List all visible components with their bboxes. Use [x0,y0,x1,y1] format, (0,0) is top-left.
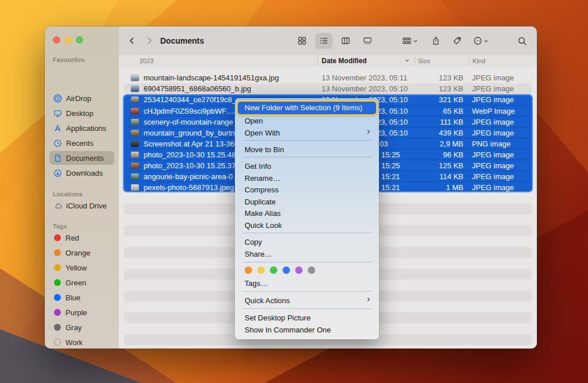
tag-dot-green [54,279,61,286]
file-row[interactable]: 6904758951_6868a06560_b.jpg 13 November … [124,83,532,94]
cloud-icon [53,201,63,210]
file-thumbnail [131,184,139,191]
tag-color-yellow[interactable] [257,266,265,274]
sidebar-item-label: Blue [65,293,80,302]
column-divider[interactable] [318,56,318,66]
sidebar-item-label: Documents [66,154,104,163]
sidebar-item-tag-orange[interactable]: Orange [49,246,114,260]
file-thumbnail [131,130,139,136]
search-button[interactable] [513,33,531,49]
list-view-button[interactable] [315,33,332,49]
menu-item-quick-actions[interactable]: Quick Actions [238,295,376,307]
sort-chevron-icon [404,57,410,63]
more-actions-button[interactable] [470,33,491,49]
tag-color-green[interactable] [270,266,277,274]
tag-color-purple[interactable] [295,266,303,274]
group-by-button[interactable] [399,33,421,49]
menu-item-quick-look[interactable]: Quick Look [238,219,376,231]
menu-item-tags[interactable]: Tags… [238,277,376,289]
menu-item-label: Quick Actions [245,296,290,305]
sidebar-item-label: Work [65,338,83,347]
sidebar-item-label: Gray [65,323,82,332]
menu-item-get-info[interactable]: Get Info [238,160,376,172]
menu-item-duplicate[interactable]: Duplicate [238,196,376,208]
file-thumbnail [131,163,139,169]
file-name: 25341240344_ce270f19c8_ [144,94,236,105]
menu-item-compress[interactable]: Compress [238,184,376,196]
menu-separator [243,233,372,233]
share-button[interactable] [427,33,444,49]
file-thumbnail [131,75,139,81]
sidebar-item-downloads[interactable]: Downloads [49,166,114,180]
tag-color-gray[interactable] [308,266,315,274]
context-menu: New Folder with Selection (9 Items) Open… [235,98,379,339]
forward-button[interactable] [141,33,158,49]
column-divider[interactable] [469,56,470,66]
file-kind: PNG image [472,138,510,149]
column-header-date-modified[interactable]: Date Modified [322,55,367,67]
column-header-size[interactable]: Size [418,55,430,67]
menu-item-share[interactable]: Share… [238,248,376,260]
file-thumbnail [131,173,139,180]
file-size: 96 KB [377,149,463,160]
sidebar-item-tag-gray[interactable]: Gray [49,320,114,334]
column-divider[interactable] [415,56,415,66]
menu-item-copy[interactable]: Copy [238,236,376,248]
file-size: 65 KB [377,106,463,117]
sidebar-item-label: Yellow [65,264,87,272]
sidebar-item-documents[interactable]: Documents [49,151,114,165]
icon-view-button[interactable] [293,33,311,49]
sidebar-item-tag-red[interactable]: Red [49,231,114,245]
sidebar-item-tag-work[interactable]: Work [49,335,114,349]
file-thumbnail [131,119,139,125]
sidebar: Favourites AirDrop Desktop Applications [45,26,119,349]
file-size: 125 KB [377,160,463,171]
menu-item-open-with[interactable]: Open With [238,127,376,139]
file-name: Screenshot at Apr 21 13-36- [144,138,237,149]
zoom-button[interactable] [76,36,83,44]
tag-color-blue[interactable] [283,266,290,274]
menu-separator [243,157,372,157]
sidebar-item-recents[interactable]: Recents [49,136,114,150]
file-size: 321 KB [377,94,463,105]
menu-item-rename[interactable]: Rename… [238,172,376,184]
minimize-button[interactable] [64,36,72,44]
sidebar-item-applications[interactable]: Applications [49,121,114,135]
menu-separator [243,291,372,292]
tags-button[interactable] [448,33,466,49]
sidebar-item-tag-green[interactable]: Green [49,276,114,289]
menu-item-show-in-commander-one[interactable]: Show In Commander One [238,324,376,336]
sidebar-item-tag-purple[interactable]: Purple [49,305,114,319]
sidebar-item-label: iCloud Drive [66,202,107,210]
menu-item-make-alias[interactable]: Make Alias [238,207,376,219]
menu-separator [243,308,372,309]
sidebar-item-tag-blue[interactable]: Blue [49,291,114,304]
chevron-right-icon [365,296,372,303]
file-size: 123 KB [377,83,463,94]
menu-item-new-folder-with-selection[interactable]: New Folder with Selection (9 Items) [238,102,376,114]
file-row[interactable]: mountain-landscape-1454191451gxa.jpg 13 … [124,72,532,83]
menu-separator [243,140,372,141]
column-view-button[interactable] [337,33,354,49]
tag-dot-gray [54,324,61,331]
menu-item-move-to-bin[interactable]: Move to Bin [238,144,376,156]
sidebar-item-airdrop[interactable]: AirDrop [49,91,114,105]
menu-item-open[interactable]: Open [238,115,376,127]
tag-dot-yellow [54,264,61,271]
back-button[interactable] [123,33,141,49]
menu-item-set-desktop-picture[interactable]: Set Desktop Picture [238,312,376,324]
sidebar-item-icloud-drive[interactable]: iCloud Drive [49,199,114,212]
tag-color-orange[interactable] [245,266,252,274]
close-button[interactable] [53,36,60,44]
tag-dot-blue [54,294,61,301]
sidebar-item-tag-yellow[interactable]: Yellow [49,261,114,274]
menu-tag-color-row [238,265,376,275]
gallery-view-button[interactable] [359,33,376,49]
file-kind: JPEG image [472,117,514,127]
sidebar-item-desktop[interactable]: Desktop [49,106,114,120]
tag-dot-work [54,339,61,346]
file-size: 2,9 MB [377,138,463,149]
column-header-kind[interactable]: Kind [473,55,485,67]
file-name: mountain-landscape-1454191451gxa.jpg [144,72,279,83]
file-thumbnail [131,96,139,103]
